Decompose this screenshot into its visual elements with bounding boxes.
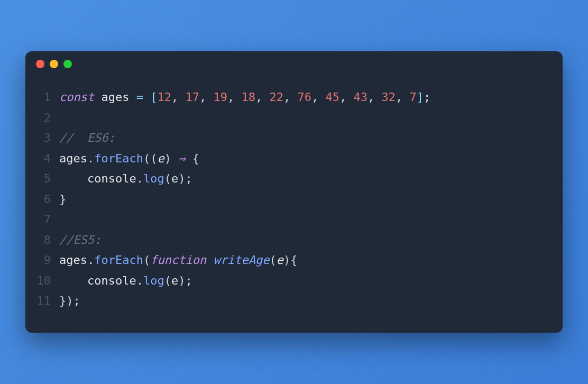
code-token: ages	[59, 152, 87, 165]
code-token: (	[143, 253, 150, 267]
code-token: ;	[424, 90, 430, 104]
line-number: 4	[36, 149, 59, 169]
zoom-icon[interactable]	[63, 60, 72, 68]
close-icon[interactable]	[36, 60, 44, 68]
line-content[interactable]: });	[59, 291, 547, 312]
code-line[interactable]: 4ages.forEach((e) ⇒ {	[36, 149, 547, 169]
code-token: ,	[255, 90, 270, 104]
code-token: ,	[283, 90, 298, 104]
minimize-icon[interactable]	[50, 60, 58, 68]
code-token: )	[164, 152, 179, 165]
code-token	[206, 253, 213, 267]
code-line[interactable]: 2	[36, 108, 547, 129]
code-line[interactable]: 5 console.log(e);	[36, 169, 547, 189]
code-token: writeAge	[213, 253, 269, 267]
code-token: {	[185, 152, 199, 165]
line-number: 7	[36, 209, 59, 230]
code-token: log	[143, 172, 164, 185]
code-token: 22	[269, 90, 283, 104]
code-token: forEach	[94, 253, 143, 267]
line-content[interactable]: // ES6:	[59, 128, 547, 149]
code-line[interactable]: 10 console.log(e);	[36, 271, 547, 291]
code-token: ,	[311, 90, 326, 104]
code-token: 7	[409, 90, 416, 104]
code-token: ,	[396, 90, 410, 104]
line-number: 6	[36, 189, 59, 210]
code-line[interactable]: 6}	[36, 189, 547, 210]
code-line[interactable]: 11});	[36, 291, 547, 312]
code-token: ,	[199, 90, 214, 104]
code-token: console	[59, 172, 136, 185]
code-token: e	[277, 253, 283, 267]
code-token: ⇒	[178, 152, 185, 165]
line-number: 11	[36, 291, 59, 312]
code-token: function	[150, 253, 206, 267]
line-content[interactable]: const ages = [12, 17, 19, 18, 22, 76, 45…	[59, 87, 547, 108]
code-token: .	[87, 152, 94, 165]
line-number: 5	[36, 169, 59, 189]
code-token: e	[171, 274, 178, 287]
line-content[interactable]: ages.forEach(function writeAge(e){	[59, 250, 547, 271]
code-token: }	[59, 193, 66, 206]
code-token: ((	[143, 152, 158, 165]
code-token	[143, 90, 150, 104]
code-token: 17	[185, 90, 199, 104]
code-line[interactable]: 9ages.forEach(function writeAge(e){	[36, 250, 547, 271]
code-token: e	[157, 152, 164, 165]
code-token: );	[178, 172, 192, 185]
code-token: // ES6:	[59, 131, 115, 144]
code-token: //ES5:	[59, 233, 101, 246]
code-token: );	[178, 274, 192, 287]
code-token: =	[136, 90, 143, 104]
line-content[interactable]	[59, 108, 547, 129]
code-token: forEach	[94, 152, 143, 165]
code-token: (	[164, 274, 171, 287]
code-line[interactable]: 3// ES6:	[36, 128, 547, 149]
titlebar	[25, 51, 563, 77]
line-content[interactable]	[59, 209, 547, 230]
line-number: 9	[36, 250, 59, 271]
line-content[interactable]: }	[59, 189, 547, 210]
code-token: (	[164, 172, 171, 185]
code-token: console	[59, 274, 136, 287]
code-token: (	[269, 253, 276, 267]
code-token: ,	[339, 90, 354, 104]
line-content[interactable]: console.log(e);	[59, 271, 547, 291]
code-token: 45	[325, 90, 339, 104]
code-editor[interactable]: 1const ages = [12, 17, 19, 18, 22, 76, 4…	[25, 77, 563, 312]
code-token: ,	[171, 90, 186, 104]
line-number: 3	[36, 128, 59, 149]
line-number: 8	[36, 230, 59, 251]
code-line[interactable]: 8//ES5:	[36, 230, 547, 251]
code-token: 32	[381, 90, 396, 104]
editor-window: 1const ages = [12, 17, 19, 18, 22, 76, 4…	[25, 51, 563, 333]
code-token: 12	[157, 90, 171, 104]
code-token: ,	[227, 90, 242, 104]
code-token: .	[87, 253, 94, 267]
code-token: .	[136, 172, 143, 185]
code-token: e	[171, 172, 178, 185]
line-number: 1	[36, 87, 59, 108]
code-token: ]	[417, 90, 424, 104]
code-token: });	[59, 294, 80, 307]
code-token: 19	[213, 90, 227, 104]
code-token: ages	[59, 253, 87, 267]
line-content[interactable]: console.log(e);	[59, 169, 547, 189]
code-token: .	[136, 274, 143, 287]
code-token: ages	[94, 90, 136, 104]
line-number: 10	[36, 271, 59, 291]
code-token: const	[59, 90, 94, 104]
code-line[interactable]: 1const ages = [12, 17, 19, 18, 22, 76, 4…	[36, 87, 547, 108]
code-token: ,	[368, 90, 382, 104]
code-token: [	[150, 90, 157, 104]
code-token: log	[143, 274, 164, 287]
code-token: 76	[297, 90, 311, 104]
code-line[interactable]: 7	[36, 209, 547, 230]
code-token: 43	[353, 90, 368, 104]
line-content[interactable]: //ES5:	[59, 230, 547, 251]
line-number: 2	[36, 108, 59, 129]
line-content[interactable]: ages.forEach((e) ⇒ {	[59, 149, 547, 169]
code-token: 18	[241, 90, 255, 104]
code-token: ){	[283, 253, 298, 267]
